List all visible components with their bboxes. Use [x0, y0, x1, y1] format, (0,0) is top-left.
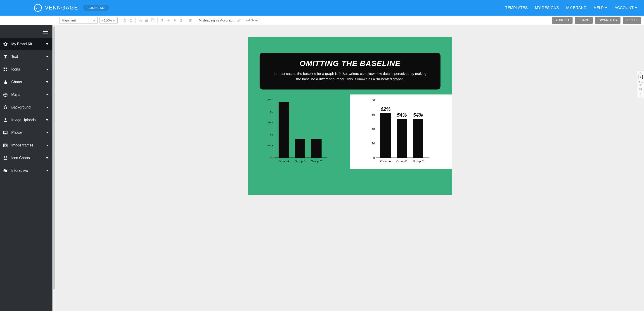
separator	[136, 17, 136, 23]
sidebar-item-text[interactable]: Text	[0, 50, 52, 63]
nav-account[interactable]: ACCOUNT	[614, 6, 637, 10]
chevron-down-icon	[46, 69, 48, 70]
paint-drop-icon	[3, 105, 8, 110]
sidebar-item-label: Image Uploads	[11, 118, 36, 122]
sidebar-item-label: Photos	[11, 131, 22, 135]
separator	[195, 17, 195, 23]
zoom-select[interactable]: 100%	[100, 17, 118, 24]
delete-button[interactable]	[188, 18, 193, 22]
svg-rect-10	[4, 145, 6, 146]
infographic-title: OMITTING THE BASELINE	[273, 59, 427, 68]
chevron-down-icon	[46, 81, 48, 83]
copy-page-button[interactable]: ⧉	[640, 87, 642, 91]
action-bar: Alignment 100% Misleading vs Accurat… La…	[0, 15, 644, 25]
brand-name: VENNGAGE	[45, 5, 78, 11]
chevron-down-icon	[46, 132, 48, 133]
nav-my-designs-label: MY DESIGNS	[535, 6, 559, 10]
sidebar-item-interactive[interactable]: Interactive	[0, 164, 52, 177]
plan-badge[interactable]: BUSINESS	[83, 5, 109, 11]
sidebar: My Brand Kit Text Icons Charts Maps Back…	[0, 25, 52, 311]
alignment-select[interactable]: Alignment	[59, 17, 98, 24]
bar-chart-icon	[3, 79, 8, 84]
publish-button[interactable]: PUBLISH	[552, 17, 572, 24]
resize-button[interactable]: RESIZE	[623, 17, 641, 24]
sidebar-toggle[interactable]	[0, 25, 52, 38]
chevron-down-icon	[93, 20, 95, 21]
text-icon	[3, 54, 8, 59]
design-page[interactable]: OMITTING THE BASELINE In most cases, the…	[248, 37, 452, 195]
send-back-button[interactable]	[179, 18, 184, 22]
upload-icon	[3, 117, 8, 122]
star-icon	[3, 41, 8, 46]
current-page[interactable]: 1	[638, 75, 643, 79]
group-button[interactable]	[138, 18, 142, 22]
separator	[120, 17, 120, 23]
nav-help[interactable]: HELP	[594, 6, 607, 10]
nav-templates[interactable]: TEMPLATES	[505, 6, 528, 10]
globe-icon	[3, 92, 8, 97]
sidebar-item-icon-charts[interactable]: Icon Charts	[0, 152, 52, 164]
sidebar-item-label: Charts	[11, 80, 22, 84]
chart-box: 5052.55557.56062.5Group AGroup BGroup C	[264, 100, 328, 163]
sidebar-item-image-frames[interactable]: Image frames	[0, 139, 52, 152]
chevron-down-icon	[113, 20, 115, 21]
hamburger-icon	[43, 30, 48, 33]
sidebar-item-photos[interactable]: Photos	[0, 126, 52, 139]
svg-rect-5	[5, 80, 6, 84]
nav-my-brand[interactable]: MY BRAND	[566, 6, 586, 10]
send-backward-button[interactable]	[172, 18, 177, 22]
nav-my-designs[interactable]: MY DESIGNS	[535, 6, 559, 10]
svg-rect-6	[6, 82, 7, 84]
charts-row: 5052.55557.56062.5Group AGroup BGroup C …	[248, 94, 452, 169]
sidebar-item-label: Icon Charts	[11, 156, 30, 160]
sidebar-item-my-brand-kit[interactable]: My Brand Kit	[0, 38, 52, 50]
sidebar-item-maps[interactable]: Maps	[0, 88, 52, 101]
share-button[interactable]: SHARE	[575, 17, 593, 24]
chart-truncated[interactable]: 5052.55557.56062.5Group AGroup BGroup C	[248, 94, 350, 169]
document-title[interactable]: Misleading vs Accurat…	[199, 18, 235, 22]
svg-point-12	[6, 156, 7, 158]
title-box[interactable]: OMITTING THE BASELINE In most cases, the…	[260, 53, 440, 89]
main-area: My Brand Kit Text Icons Charts Maps Back…	[0, 25, 644, 311]
svg-rect-3	[6, 70, 7, 71]
last-saved-label: Last Saved:	[244, 18, 260, 22]
chevron-down-icon	[46, 145, 48, 146]
next-page-button[interactable]	[640, 84, 642, 86]
caret-down-icon	[605, 7, 607, 8]
sidebar-item-image-uploads[interactable]: Image Uploads	[0, 114, 52, 126]
sidebar-scrollbar[interactable]	[52, 25, 56, 311]
infographic-subtitle: In most cases, the baseline for a graph …	[273, 71, 427, 82]
chevron-down-icon	[46, 107, 48, 108]
chevron-down-icon	[46, 94, 48, 95]
sidebar-item-charts[interactable]: Charts	[0, 76, 52, 88]
edit-title-button[interactable]	[237, 18, 241, 22]
page-total: of 1	[638, 80, 643, 83]
download-button[interactable]: DOWNLOAD	[595, 17, 620, 24]
zoom-value: 100%	[104, 18, 112, 22]
lock-button[interactable]	[144, 18, 149, 22]
canvas-area[interactable]: OMITTING THE BASELINE In most cases, the…	[56, 25, 644, 311]
copy-button[interactable]	[150, 18, 155, 22]
sidebar-item-label: Icons	[11, 67, 20, 71]
sidebar-item-label: Image frames	[11, 143, 34, 147]
chevron-down-icon	[46, 119, 48, 121]
bring-front-button[interactable]	[160, 18, 164, 22]
scrollbar-thumb[interactable]	[53, 26, 56, 290]
prev-page-button[interactable]	[640, 72, 642, 73]
chevron-down-icon	[46, 157, 48, 159]
more-page-button[interactable]: ⋮	[639, 93, 642, 97]
image-icon	[3, 130, 8, 135]
bring-forward-button[interactable]	[166, 18, 171, 22]
search-icon	[102, 19, 103, 22]
sidebar-item-icons[interactable]: Icons	[0, 63, 52, 76]
nav-templates-label: TEMPLATES	[505, 6, 528, 10]
brand-logo[interactable]: VENNGAGE	[34, 4, 78, 12]
people-icon	[3, 155, 8, 160]
top-bar: VENNGAGE BUSINESS TEMPLATES MY DESIGNS M…	[0, 0, 644, 15]
caret-down-icon	[635, 7, 637, 8]
chart-accurate[interactable]: 020406080Group A62%Group B54%Group C54%	[350, 94, 452, 169]
clock-logo-icon	[34, 4, 42, 12]
sidebar-item-background[interactable]: Background	[0, 101, 52, 114]
undo-button[interactable]	[122, 18, 127, 22]
redo-button[interactable]	[129, 18, 133, 22]
